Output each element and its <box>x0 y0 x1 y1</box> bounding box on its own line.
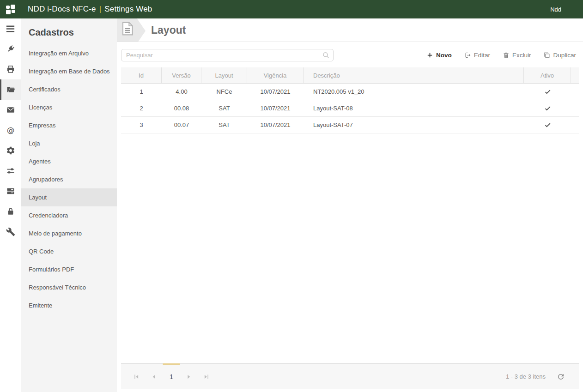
sidebar-item[interactable]: Integração em Arquivo <box>21 44 117 62</box>
toolbar: NovoEditarExcluirDuplicar <box>121 48 579 61</box>
sidebar-item[interactable]: Empresas <box>21 116 117 134</box>
rail-plug-button[interactable] <box>0 39 21 59</box>
icon-rail: @ <box>0 18 21 392</box>
ativo-check-icon <box>524 117 571 133</box>
app-title-separator: | <box>99 5 102 13</box>
table-header: IdVersãoLayoutVigênciaDescriçãoAtivo <box>121 67 579 84</box>
search-input[interactable] <box>121 49 333 61</box>
trash-icon <box>503 52 510 59</box>
user-menu[interactable]: Ndd <box>546 6 565 13</box>
rail-gear-button[interactable] <box>0 140 21 161</box>
bottom-strip <box>121 389 579 392</box>
sidebar: Cadastros Integração em ArquivoIntegraçã… <box>21 18 117 392</box>
pager-current-page[interactable]: 1 <box>163 370 180 384</box>
app-title-sub: Settings Web <box>104 5 152 13</box>
rail-wrench-button[interactable] <box>0 222 21 242</box>
duplicar-button[interactable]: Duplicar <box>543 52 576 59</box>
column-header[interactable]: Ativo <box>524 67 571 83</box>
app-header: NDD i-Docs NFC-e|Settings Web Ndd <box>0 0 583 18</box>
edit-icon <box>464 52 471 59</box>
sidebar-item[interactable]: Agentes <box>21 152 117 170</box>
pager-info: 1 - 3 de 3 itens <box>506 373 546 380</box>
table-body: 14.00NFCe10/07/2021NT2020.005 v1_20200.0… <box>121 84 579 133</box>
table-row[interactable]: 200.08SAT10/07/2021Layout-SAT-08 <box>121 100 579 117</box>
plus-icon <box>426 52 433 59</box>
sidebar-item[interactable]: Integração em Base de Dados <box>21 62 117 80</box>
rail-lock-button[interactable] <box>0 201 21 222</box>
sidebar-item[interactable]: Responsável Técnico <box>21 278 117 296</box>
printer-icon <box>6 65 15 74</box>
row-spacer <box>571 117 579 133</box>
sidebar-item[interactable]: QR Code <box>21 242 117 260</box>
column-header[interactable]: Descrição <box>304 67 524 83</box>
page-header: Layout <box>117 18 583 42</box>
page-icon-chevron <box>117 18 146 42</box>
excluir-button[interactable]: Excluir <box>503 52 531 59</box>
rail-printer-button[interactable] <box>0 59 21 79</box>
sidebar-item[interactable]: Agrupadores <box>21 170 117 188</box>
sidebar-item[interactable]: Certificados <box>21 80 117 98</box>
novo-button[interactable]: Novo <box>426 52 452 59</box>
cell-descricao: Layout-SAT-07 <box>304 117 524 133</box>
column-header[interactable]: Id <box>121 67 162 83</box>
folder-open-icon <box>6 85 15 94</box>
sidebar-item[interactable]: Emitente <box>21 296 117 314</box>
hamburger-menu-icon <box>5 24 16 34</box>
sidebar-item[interactable]: Credenciadora <box>21 206 117 224</box>
wrench-icon <box>6 227 15 236</box>
editar-button[interactable]: Editar <box>464 52 490 59</box>
document-icon <box>120 23 135 39</box>
sidebar-item[interactable]: Meio de pagamento <box>21 224 117 242</box>
user-name: Ndd <box>550 6 561 13</box>
column-header[interactable]: Layout <box>201 67 247 83</box>
rail-hamburger-menu-button[interactable] <box>0 18 21 39</box>
cell-layout: SAT <box>201 100 247 116</box>
rail-folder-open-button[interactable] <box>0 79 21 100</box>
plug-icon <box>6 44 15 54</box>
app-title: NDD i-Docs NFC-e|Settings Web <box>28 5 152 14</box>
search-icon[interactable] <box>322 51 330 59</box>
toolbar-actions: NovoEditarExcluirDuplicar <box>426 52 579 59</box>
cell-id: 2 <box>121 100 162 116</box>
cell-versao: 00.08 <box>162 100 201 116</box>
row-spacer <box>571 84 579 100</box>
cell-vigencia: 10/07/2021 <box>247 84 304 100</box>
pager-current-indicator <box>163 363 180 365</box>
pager-last-button[interactable] <box>198 370 215 384</box>
rail-sliders-button[interactable] <box>0 161 21 181</box>
pager-prev-button[interactable] <box>145 370 163 384</box>
sliders-icon <box>6 166 15 175</box>
app-logo-icon[interactable] <box>6 5 16 14</box>
sidebar-item[interactable]: Formulários PDF <box>21 260 117 278</box>
rail-at-sign-button[interactable]: @ <box>0 120 21 140</box>
refresh-icon[interactable] <box>557 373 565 381</box>
svg-text:@: @ <box>6 126 14 134</box>
table-row[interactable]: 14.00NFCe10/07/2021NT2020.005 v1_20 <box>121 84 579 100</box>
lock-icon <box>6 207 15 216</box>
pager-next-button[interactable] <box>180 370 198 384</box>
sidebar-menu: Integração em ArquivoIntegração em Base … <box>21 44 117 314</box>
sidebar-item[interactable]: Loja <box>21 134 117 152</box>
sidebar-item[interactable]: Layout <box>21 188 117 206</box>
pager: 1 1 - 3 de 3 itens <box>121 363 579 389</box>
rail-envelope-button[interactable] <box>0 100 21 120</box>
cell-layout: SAT <box>201 117 247 133</box>
cell-id: 1 <box>121 84 162 100</box>
row-spacer <box>571 100 579 116</box>
at-sign-icon: @ <box>6 126 15 135</box>
page-title: Layout <box>151 24 186 36</box>
column-header[interactable]: Versão <box>162 67 201 83</box>
main-content: Layout NovoEditarExcluirDuplicar IdVersã… <box>117 18 583 392</box>
cell-vigencia: 10/07/2021 <box>247 117 304 133</box>
cell-descricao: NT2020.005 v1_20 <box>304 84 524 100</box>
layout-table: IdVersãoLayoutVigênciaDescriçãoAtivo 14.… <box>121 67 579 133</box>
sidebar-item[interactable]: Licenças <box>21 98 117 116</box>
pager-first-button[interactable] <box>128 370 145 384</box>
column-header[interactable]: Vigência <box>247 67 304 83</box>
rail-server-button[interactable] <box>0 181 21 201</box>
envelope-icon <box>6 105 15 115</box>
table-row[interactable]: 300.07SAT10/07/2021Layout-SAT-07 <box>121 117 579 133</box>
app-title-main: NDD i-Docs NFC-e <box>28 5 96 13</box>
gear-icon <box>6 146 15 155</box>
ativo-check-icon <box>524 84 571 100</box>
